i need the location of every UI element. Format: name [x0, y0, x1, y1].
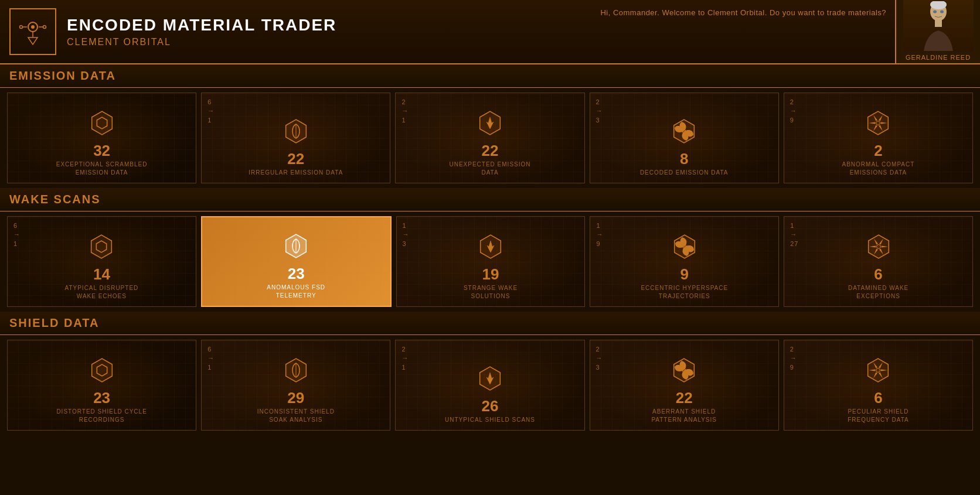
- card-number-peculiar-shield: 6: [874, 390, 882, 405]
- ratio-bottom: 1: [401, 363, 409, 372]
- header-logo: [9, 8, 56, 55]
- ratio-bottom: 1: [207, 363, 215, 372]
- card-label-exceptional-scrambled: EXCEPTIONAL SCRAMBLEDEMISSION DATA: [56, 161, 148, 177]
- card-number-inconsistent-shield: 29: [287, 390, 304, 405]
- ratio-top: 1: [596, 221, 603, 230]
- card-number-untypical-shield: 26: [482, 398, 499, 414]
- card-number-abnormal-compact: 2: [874, 143, 882, 158]
- ratio-top: 2: [790, 345, 797, 354]
- header-greeting: Hi, Commander. Welcome to Clement Orbita…: [600, 8, 886, 17]
- card-anomalous-fsd[interactable]: 23ANOMALOUS FSDTELEMETRY: [201, 216, 392, 307]
- card-aberrant-shield[interactable]: 2→3 22ABERRANT SHIELDPATTERN ANALYSIS: [590, 340, 779, 431]
- card-label-abnormal-compact: ABNORMAL COMPACTEMISSIONS DATA: [842, 161, 915, 177]
- card-label-decoded-emission: DECODED EMISSION DATA: [640, 169, 729, 177]
- svg-point-39: [876, 368, 880, 373]
- card-number-unexpected-emission: 22: [482, 143, 499, 158]
- card-number-datamined-wake: 6: [874, 267, 882, 282]
- card-unexpected-emission[interactable]: 2→1 22UNEXPECTED EMISSIONDATA: [395, 93, 584, 183]
- card-irregular-emission[interactable]: 6→1 22IRREGULAR EMISSION DATA: [201, 93, 390, 183]
- ratio-arrow-icon: →: [207, 354, 215, 363]
- svg-point-19: [682, 129, 686, 133]
- card-eccentric-hyperspace[interactable]: 1→9 9ECCENTRIC HYPERSPACETRAJECTORIES: [590, 216, 779, 307]
- card-ratio-strange-wake: 1→3: [403, 221, 410, 248]
- svg-marker-13: [91, 111, 112, 135]
- ratio-arrow-icon: →: [401, 354, 409, 363]
- card-decoded-emission[interactable]: 2→3 8DECODED EMISSION DATA: [590, 93, 779, 183]
- card-exceptional-scrambled[interactable]: 32EXCEPTIONAL SCRAMBLEDEMISSION DATA: [7, 93, 196, 183]
- ratio-top: 6: [207, 345, 215, 354]
- card-label-irregular-emission: IRREGULAR EMISSION DATA: [249, 169, 343, 177]
- ratio-top: 6: [13, 221, 21, 230]
- card-label-peculiar-shield: PECULIAR SHIELDFREQUENCY DATA: [848, 408, 909, 424]
- ratio-arrow-icon: →: [401, 107, 409, 115]
- svg-marker-7: [28, 37, 38, 45]
- svg-marker-31: [91, 359, 112, 382]
- card-label-strange-wake: STRANGE WAKESOLUTIONS: [464, 284, 518, 301]
- card-label-unexpected-emission: UNEXPECTED EMISSIONDATA: [449, 161, 530, 177]
- card-icon-untypical-shield: [476, 364, 504, 395]
- card-ratio-atypical-disrupted: 6→1: [13, 221, 21, 248]
- card-peculiar-shield[interactable]: 2→9 6PECULIAR SHIELDFREQUENCY DATA: [784, 340, 973, 431]
- svg-marker-22: [91, 235, 112, 258]
- ratio-arrow-icon: →: [596, 230, 603, 239]
- ratio-bottom: 9: [596, 240, 603, 248]
- card-icon-exceptional-scrambled: [88, 109, 116, 139]
- card-datamined-wake[interactable]: 1→27 6DATAMINED WAKEEXCEPTIONS: [784, 216, 973, 307]
- card-icon-datamined-wake: [865, 233, 893, 263]
- svg-point-12: [940, 10, 944, 13]
- sections-container: EMISSION DATA 32EXCEPTIONAL SCRAMBLEDEMI…: [0, 64, 980, 435]
- card-icon-abnormal-compact: [864, 109, 892, 139]
- card-label-distorted-shield: DISTORTED SHIELD CYCLERECORDINGS: [56, 408, 147, 424]
- card-ratio-peculiar-shield: 2→9: [790, 345, 797, 372]
- card-icon-strange-wake: [477, 233, 505, 263]
- card-inconsistent-shield[interactable]: 6→1 29INCONSISTENT SHIELDSOAK ANALYSIS: [201, 340, 390, 431]
- card-icon-eccentric-hyperspace: [671, 233, 699, 263]
- card-label-anomalous-fsd: ANOMALOUS FSDTELEMETRY: [267, 284, 325, 300]
- card-strange-wake[interactable]: 1→3 19STRANGE WAKESOLUTIONS: [396, 216, 586, 307]
- card-distorted-shield[interactable]: 23DISTORTED SHIELD CYCLERECORDINGS: [7, 340, 196, 431]
- ratio-arrow-icon: →: [596, 107, 603, 115]
- card-ratio-unexpected-emission: 2→1: [401, 98, 409, 125]
- ratio-bottom: 9: [790, 116, 797, 125]
- card-number-exceptional-scrambled: 32: [93, 143, 110, 158]
- ratio-top: 1: [403, 221, 410, 230]
- ratio-arrow-icon: →: [403, 230, 410, 239]
- card-untypical-shield[interactable]: 2→1 26UNTYPICAL SHIELD SCANS: [395, 340, 584, 431]
- section-wake-scans: WAKE SCANS6→1 14ATYPICAL DISRUPTEDWAKE E…: [0, 188, 980, 312]
- ratio-bottom: 3: [596, 116, 603, 125]
- header-main-title: ENCODED MATERIAL TRADER: [67, 16, 336, 35]
- card-abnormal-compact[interactable]: 2→9 2ABNORMAL COMPACTEMISSIONS DATA: [784, 93, 973, 183]
- avatar-image: [903, 0, 974, 52]
- card-number-decoded-emission: 8: [680, 151, 688, 166]
- card-icon-inconsistent-shield: [282, 356, 310, 387]
- svg-point-1: [31, 25, 35, 29]
- header-titles: ENCODED MATERIAL TRADER CLEMENT ORBITAL: [67, 16, 336, 47]
- ratio-top: 2: [401, 98, 409, 107]
- card-icon-decoded-emission: [670, 117, 698, 148]
- card-number-eccentric-hyperspace: 9: [680, 267, 689, 282]
- card-icon-unexpected-emission: [476, 109, 504, 139]
- svg-point-28: [683, 245, 686, 248]
- ratio-arrow-icon: →: [790, 354, 797, 363]
- ratio-arrow-icon: →: [13, 230, 21, 239]
- card-ratio-decoded-emission: 2→3: [596, 98, 603, 125]
- ratio-bottom: 1: [13, 240, 21, 248]
- ratio-top: 2: [596, 345, 603, 354]
- card-icon-irregular-emission: [282, 117, 310, 148]
- card-icon-peculiar-shield: [864, 356, 892, 387]
- card-ratio-abnormal-compact: 2→9: [790, 98, 797, 125]
- svg-point-3: [20, 26, 23, 29]
- cards-grid-emission-data: 32EXCEPTIONAL SCRAMBLEDEMISSION DATA6→1 …: [0, 88, 980, 188]
- card-number-aberrant-shield: 22: [676, 390, 693, 405]
- header: ENCODED MATERIAL TRADER CLEMENT ORBITAL …: [0, 0, 980, 64]
- svg-point-11: [933, 10, 937, 13]
- avatar-name: GERALDINE REED: [906, 52, 971, 63]
- card-icon-atypical-disrupted: [87, 233, 115, 263]
- card-icon-distorted-shield: [88, 356, 116, 387]
- card-ratio-inconsistent-shield: 6→1: [207, 345, 215, 372]
- svg-rect-10: [935, 20, 942, 27]
- card-atypical-disrupted[interactable]: 6→1 14ATYPICAL DISRUPTEDWAKE ECHOES: [7, 216, 196, 307]
- ratio-bottom: 1: [207, 116, 215, 125]
- svg-point-21: [876, 121, 880, 125]
- ratio-arrow-icon: →: [207, 107, 215, 115]
